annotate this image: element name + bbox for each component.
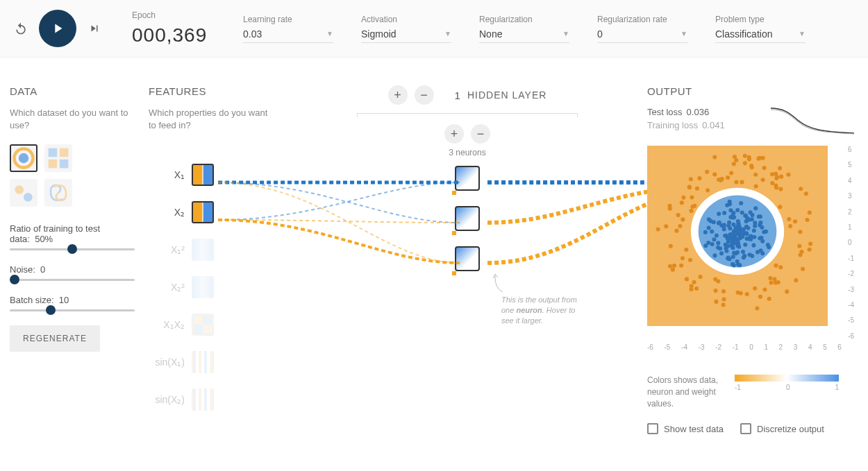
svg-point-181 — [694, 286, 699, 291]
svg-point-144 — [745, 216, 749, 220]
svg-point-203 — [779, 175, 783, 179]
feature-thumb[interactable] — [192, 314, 214, 336]
play-button[interactable] — [39, 10, 76, 47]
svg-point-221 — [753, 173, 758, 177]
svg-point-273 — [705, 170, 709, 174]
svg-point-171 — [808, 241, 812, 246]
dataset-circle[interactable] — [10, 144, 37, 172]
svg-point-224 — [757, 157, 761, 161]
svg-point-111 — [735, 208, 740, 212]
svg-point-201 — [762, 166, 767, 170]
feature-1[interactable]: X₂ — [149, 201, 274, 223]
svg-point-127 — [748, 252, 752, 257]
output-plot[interactable]: 6543210-1-2-3-4-5-6 -6-5-4-3-2-10123456 — [647, 146, 842, 340]
svg-point-199 — [698, 275, 702, 279]
svg-point-248 — [681, 256, 685, 260]
batch-label: Batch size: 10 — [10, 295, 135, 305]
feature-thumb[interactable] — [192, 239, 214, 261]
problem-type-select[interactable]: Problem type Classification▼ — [715, 15, 806, 43]
dataset-grid — [10, 144, 135, 207]
step-button[interactable] — [85, 19, 104, 38]
features-subtitle: Which properties do you want to feed in? — [149, 107, 274, 132]
regularization-label: Regularization — [479, 15, 569, 24]
caret-icon: ▼ — [562, 30, 569, 37]
epoch-label: Epoch — [132, 10, 215, 20]
dataset-xor[interactable] — [44, 144, 72, 172]
svg-rect-4 — [60, 148, 69, 157]
layer-count: 1 — [455, 89, 460, 101]
batch-slider[interactable] — [10, 309, 135, 311]
checkbox-icon — [740, 423, 751, 434]
svg-point-258 — [721, 297, 726, 301]
svg-point-104 — [735, 237, 740, 241]
dataset-spiral[interactable] — [44, 179, 72, 207]
regularization-value: None — [479, 28, 502, 40]
neuron-3[interactable] — [455, 246, 480, 271]
remove-neuron-button[interactable]: − — [471, 124, 490, 144]
svg-point-244 — [712, 155, 717, 159]
reg-rate-select[interactable]: Regularization rate 0▼ — [597, 15, 687, 43]
network-column: + − 1 HIDDEN LAYER + − 3 neurons — [287, 85, 647, 434]
svg-point-262 — [770, 181, 774, 185]
activation-select[interactable]: Activation Sigmoid▼ — [361, 15, 451, 43]
ratio-slider[interactable] — [10, 248, 135, 250]
add-neuron-button[interactable]: + — [444, 124, 464, 144]
svg-point-141 — [756, 250, 760, 254]
feature-thumb[interactable] — [192, 201, 214, 223]
regenerate-button[interactable]: REGENERATE — [10, 325, 100, 352]
data-column: DATA Which dataset do you want to use? R… — [10, 85, 135, 434]
feature-4[interactable]: X₁X₂ — [149, 314, 274, 336]
svg-point-238 — [788, 224, 792, 228]
caret-icon: ▼ — [681, 30, 687, 37]
svg-point-123 — [719, 251, 724, 255]
svg-point-186 — [776, 280, 781, 284]
show-test-checkbox[interactable]: Show test data — [647, 423, 724, 434]
dataset-gauss[interactable] — [10, 179, 37, 207]
svg-point-190 — [656, 227, 660, 231]
feature-thumb[interactable] — [192, 276, 214, 298]
feature-2[interactable]: X₁² — [149, 239, 274, 261]
svg-point-280 — [758, 295, 762, 299]
feature-thumb[interactable] — [192, 351, 214, 373]
output-column: OUTPUT Test loss0.036 Training loss0.041… — [647, 85, 856, 434]
svg-point-269 — [717, 178, 721, 182]
neuron-1[interactable] — [455, 166, 480, 191]
svg-point-241 — [736, 291, 740, 295]
neuron-count: 3 neurons — [287, 148, 647, 157]
svg-point-207 — [681, 196, 685, 200]
svg-point-215 — [762, 288, 767, 292]
discretize-checkbox[interactable]: Discretize output — [740, 423, 824, 434]
svg-point-266 — [681, 217, 685, 221]
svg-point-196 — [714, 300, 718, 304]
svg-point-237 — [761, 156, 765, 160]
svg-point-261 — [721, 302, 726, 307]
feature-0[interactable]: X₁ — [149, 164, 274, 186]
noise-slider[interactable] — [10, 279, 135, 281]
feature-3[interactable]: X₂² — [149, 276, 274, 298]
svg-point-259 — [732, 162, 736, 166]
remove-layer-button[interactable]: − — [415, 85, 434, 105]
feature-thumb[interactable] — [192, 388, 214, 411]
svg-point-278 — [774, 185, 778, 189]
feature-5[interactable]: sin(X₁) — [149, 351, 274, 373]
svg-point-249 — [706, 188, 710, 192]
feature-6[interactable]: sin(X₂) — [149, 388, 274, 411]
svg-point-93 — [726, 244, 730, 248]
reset-button[interactable] — [11, 19, 31, 38]
network-header: + − 1 HIDDEN LAYER — [287, 85, 647, 105]
legend-text: Colors shows data, neuron and weight val… — [647, 375, 724, 409]
neuron-2[interactable] — [455, 206, 480, 231]
feature-thumb[interactable] — [192, 164, 214, 186]
add-layer-button[interactable]: + — [388, 85, 408, 105]
svg-point-75 — [712, 253, 717, 257]
svg-point-275 — [753, 286, 757, 291]
svg-point-170 — [741, 232, 745, 237]
svg-point-213 — [808, 248, 812, 252]
svg-point-208 — [778, 205, 782, 209]
svg-point-212 — [690, 196, 694, 200]
svg-point-253 — [799, 250, 803, 254]
svg-point-192 — [671, 268, 675, 272]
svg-point-65 — [734, 251, 738, 255]
regularization-select[interactable]: Regularization None▼ — [479, 15, 569, 43]
learning-rate-select[interactable]: Learning rate 0.03▼ — [243, 15, 333, 43]
